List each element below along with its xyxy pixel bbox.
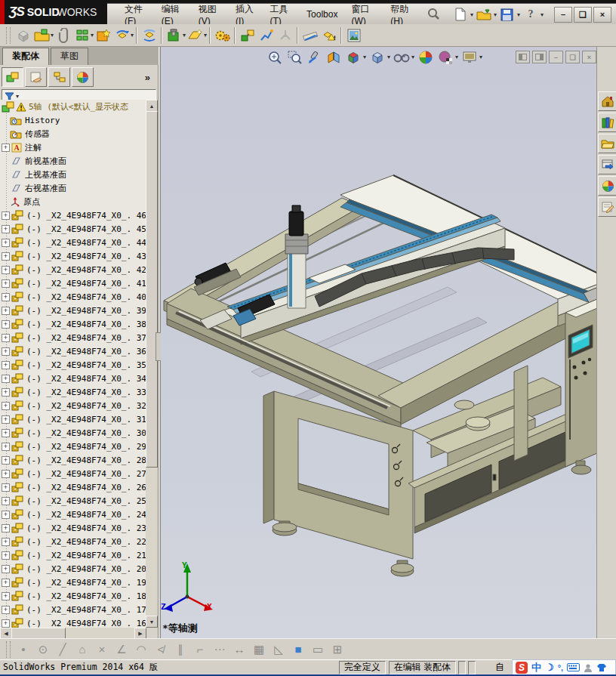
- tree-component-row[interactable]: + (-) _X2_4E948F74_X0_. 39<: [0, 304, 146, 317]
- ime-fullhalf-moon-icon[interactable]: ☽: [545, 662, 554, 673]
- maximize-button[interactable]: ❑: [574, 7, 592, 23]
- expander-icon[interactable]: +: [2, 565, 10, 573]
- reference-geometry-icon[interactable]: [186, 26, 205, 45]
- sketch-dimension-icon[interactable]: ↔: [229, 641, 249, 658]
- expander-icon[interactable]: +: [2, 279, 10, 288]
- sketch-rectangle-icon[interactable]: ▭: [308, 641, 328, 658]
- tree-component-row[interactable]: + (-) _X2_4E948F74_X0_. 17<: [0, 603, 146, 616]
- close-button[interactable]: ×: [593, 7, 611, 23]
- doc-minimize-button[interactable]: –: [549, 51, 563, 63]
- tree-component-row[interactable]: + (-) _X2_4E948F74_X0_. 29<: [0, 440, 146, 453]
- tree-item-sensors[interactable]: 传感器: [0, 127, 146, 140]
- sketch-polygon-icon[interactable]: ⌂: [72, 641, 92, 658]
- scroll-up-arrow[interactable]: ▲: [146, 100, 158, 112]
- tab-sketch[interactable]: 草图: [51, 48, 88, 65]
- toolbar-grip[interactable]: [6, 641, 11, 658]
- expander-icon[interactable]: +: [2, 483, 10, 492]
- expander-icon[interactable]: +: [2, 402, 10, 410]
- help-button[interactable]: ?: [522, 6, 540, 23]
- hide-show-dropdown[interactable]: ▾: [411, 54, 414, 60]
- reference-geometry-dropdown[interactable]: ▾: [204, 32, 207, 39]
- expander-icon[interactable]: +: [2, 225, 10, 233]
- tree-component-row[interactable]: + (-) _X2_4E948F74_X0_. 24<: [0, 508, 146, 521]
- expander-icon[interactable]: +: [2, 347, 10, 356]
- tree-component-row[interactable]: + (-) _X2_4E948F74_X0_. 23<: [0, 521, 146, 535]
- expander-icon[interactable]: +: [2, 511, 10, 519]
- menu-item-5[interactable]: Toolbox: [300, 7, 344, 22]
- expander-icon[interactable]: +: [2, 211, 10, 220]
- sketch-trim-icon[interactable]: ×: [92, 641, 112, 658]
- feature-manager-tab-icon[interactable]: [2, 67, 23, 87]
- custom-properties-icon[interactable]: [598, 197, 616, 217]
- expander-icon[interactable]: +: [2, 524, 10, 532]
- expander-icon[interactable]: +: [2, 320, 10, 329]
- expander-icon[interactable]: +: [2, 293, 10, 301]
- tree-component-row[interactable]: + (-) _X2_4E948F74_X0_. 38<: [0, 317, 146, 331]
- move-component-icon[interactable]: [112, 26, 131, 45]
- sketch-arc-icon[interactable]: ◠: [131, 641, 151, 658]
- ime-keyboard-icon[interactable]: [567, 663, 580, 671]
- tree-component-row[interactable]: + (-) _X2_4E948F74_X0_. 35<: [0, 358, 146, 372]
- tree-component-row[interactable]: + (-) _X2_4E948F74_X0_. 19<: [0, 576, 146, 589]
- file-explorer-icon[interactable]: [598, 134, 616, 153]
- view-orientation-icon[interactable]: [344, 48, 362, 66]
- view-settings-dropdown[interactable]: ▾: [479, 54, 482, 60]
- view-orientation-dropdown[interactable]: ▾: [363, 54, 366, 60]
- exploded-view-icon[interactable]: [238, 26, 257, 45]
- tab-assembly[interactable]: 装配体: [2, 48, 49, 65]
- expander-icon[interactable]: +: [2, 592, 10, 600]
- expander-icon[interactable]: +: [2, 144, 10, 152]
- hide-show-items-icon[interactable]: [393, 48, 410, 66]
- appearances-scenes-icon[interactable]: [598, 176, 616, 196]
- tree-item-annotations[interactable]: + A 注解: [0, 140, 146, 154]
- sketch-perpendicular-icon[interactable]: ⌐: [190, 641, 210, 658]
- show-hidden-components-icon[interactable]: [140, 26, 159, 45]
- interference-detection-icon[interactable]: [319, 26, 338, 45]
- sketch-grid-icon[interactable]: ▦: [249, 641, 269, 658]
- configuration-manager-tab-icon[interactable]: [48, 67, 70, 87]
- new-motion-study-icon[interactable]: [213, 26, 232, 45]
- expander-icon[interactable]: +: [2, 266, 10, 274]
- sketch-point-icon[interactable]: •: [14, 641, 33, 658]
- open-button[interactable]: [475, 6, 493, 23]
- photo-preview-icon[interactable]: [344, 26, 363, 45]
- tree-root-row[interactable]: 5轴 (默认<默认_显示状态: [0, 100, 146, 113]
- open-dropdown-arrow[interactable]: ▾: [494, 11, 497, 18]
- zoom-previous-icon[interactable]: [305, 48, 322, 66]
- linear-component-pattern-icon[interactable]: [72, 26, 91, 45]
- graphics-viewport[interactable]: [161, 47, 616, 638]
- expander-icon[interactable]: +: [2, 388, 10, 397]
- expander-icon[interactable]: +: [2, 307, 10, 315]
- tree-vertical-scrollbar[interactable]: ▲ ▼: [146, 100, 156, 628]
- tree-component-row[interactable]: + (-) _X2_4E948F74_X0_. 20<: [0, 562, 146, 576]
- edit-appearance-icon[interactable]: [417, 48, 434, 66]
- solidworks-resources-icon[interactable]: [598, 91, 616, 111]
- tree-component-row[interactable]: + (-) _X2_4E948F74_X0_. 25<: [0, 494, 146, 508]
- view-settings-icon[interactable]: [460, 48, 478, 66]
- expander-icon[interactable]: +: [2, 470, 10, 478]
- smart-fasteners-icon[interactable]: [94, 26, 112, 45]
- ime-profile-icon[interactable]: [584, 663, 593, 672]
- tree-component-row[interactable]: + (-) _X2_4E948F74_X0_. 30<: [0, 426, 146, 440]
- measure-icon[interactable]: [300, 26, 319, 45]
- tree-component-row[interactable]: + (-) _X2_4E948F74_X0_. 18<: [0, 589, 146, 603]
- design-library-icon[interactable]: [598, 113, 616, 132]
- expander-icon[interactable]: +: [2, 456, 10, 465]
- expander-icon[interactable]: +: [2, 551, 10, 560]
- sketch-parallel-icon[interactable]: ∥: [171, 641, 190, 658]
- tree-item-right-plane[interactable]: 右视基准面: [0, 181, 146, 195]
- insert-part-from-file-icon[interactable]: [32, 26, 51, 45]
- mate-icon[interactable]: [54, 26, 72, 45]
- tree-component-row[interactable]: + (-) _X2_4E948F74_X0_. 36<: [0, 344, 146, 358]
- assembly-features-icon[interactable]: [165, 26, 183, 45]
- sketch-spline-icon[interactable]: ⋯: [210, 641, 229, 658]
- tree-component-row[interactable]: + (-) _X2_4E948F74_X0_. 28<: [0, 453, 146, 467]
- doc-close-button[interactable]: ×: [582, 51, 596, 63]
- sketch-chamfer-icon[interactable]: ≮: [151, 641, 171, 658]
- help-dropdown-arrow[interactable]: ▾: [541, 11, 544, 18]
- expander-icon[interactable]: +: [2, 429, 10, 437]
- ime-language-toggle[interactable]: 中: [531, 661, 541, 674]
- tree-item-front-plane[interactable]: 前视基准面: [0, 154, 146, 168]
- display-manager-tab-icon[interactable]: [72, 67, 94, 87]
- display-style-icon[interactable]: [368, 48, 386, 66]
